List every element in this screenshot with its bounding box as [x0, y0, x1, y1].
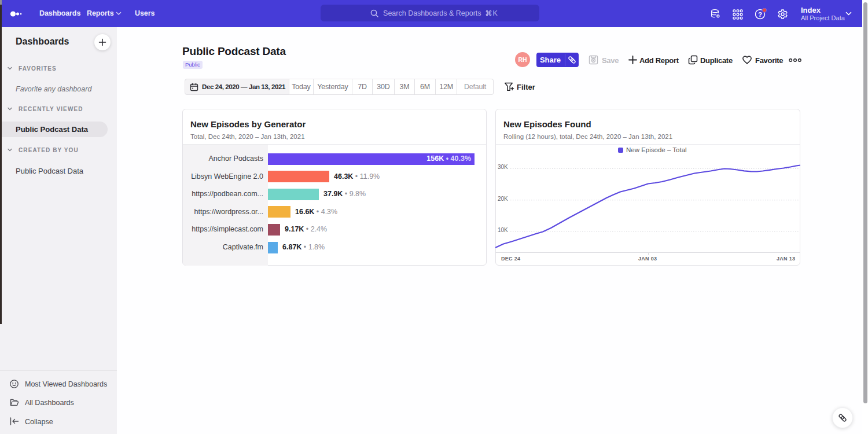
svg-text:?: ?	[758, 11, 762, 18]
